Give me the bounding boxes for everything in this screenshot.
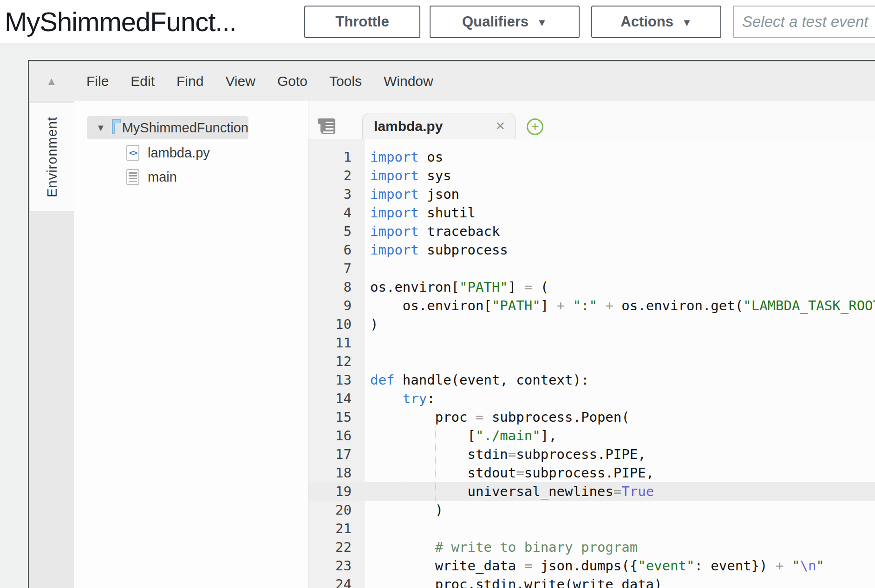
line-number[interactable]: 1 [308, 148, 352, 166]
line-content: stdin=subprocess.PIPE, [370, 445, 646, 464]
menu-file[interactable]: File [86, 73, 109, 89]
code-line: 17 stdin=subprocess.PIPE, [308, 445, 875, 464]
code-line: 3import json [308, 185, 875, 203]
code-line: 20 ) [308, 501, 875, 519]
menu-view[interactable]: View [225, 73, 255, 89]
line-content: universal_newlines=True [370, 482, 654, 501]
environment-tab[interactable]: Environment [30, 103, 74, 211]
code-line: 11 [308, 333, 875, 352]
code-line: 10) [308, 315, 875, 333]
ide-window: ▲ FileEditFindViewGotoToolsWindow Enviro… [28, 60, 875, 588]
line-number[interactable]: 20 [308, 501, 352, 519]
line-content: ) [370, 501, 443, 519]
tree-root-label: MyShimmedFunction [122, 120, 248, 136]
line-number[interactable]: 18 [308, 464, 352, 482]
menu-items: FileEditFindViewGotoToolsWindow [29, 73, 433, 89]
code-line: 24 proc.stdin.write(write_data) [308, 575, 875, 588]
line-number[interactable]: 12 [308, 352, 352, 371]
line-number[interactable]: 10 [308, 315, 352, 333]
line-number[interactable]: 5 [308, 222, 352, 241]
code-line: 8os.environ["PATH"] = ( [308, 278, 875, 296]
text-file-icon [126, 169, 139, 185]
code-line: 16 ["./main"], [308, 426, 875, 445]
code-line: 13def handle(event, context): [308, 371, 875, 389]
chevron-down-icon: ▼ [537, 17, 547, 29]
line-number[interactable]: 13 [308, 371, 352, 389]
code-line: 1import os [308, 148, 875, 166]
indent-guide [403, 408, 403, 519]
line-number[interactable]: 4 [308, 203, 352, 222]
line-number[interactable]: 14 [308, 389, 352, 408]
line-content: def handle(event, context): [370, 371, 589, 389]
line-content: ["./main"], [370, 426, 557, 445]
code-line: 15 proc = subprocess.Popen( [308, 408, 875, 426]
expand-triangle-icon[interactable]: ▼ [96, 123, 105, 133]
tree-item-label: lambda.py [148, 145, 210, 161]
menu-window[interactable]: Window [384, 73, 433, 89]
throttle-button[interactable]: Throttle [304, 6, 420, 38]
line-content: import os [370, 148, 443, 166]
indent-guide [403, 538, 403, 588]
line-content: os.environ["PATH"] = ( [370, 278, 549, 296]
tab-list-icon[interactable] [320, 118, 335, 134]
code-line: 9 os.environ["PATH"] + ":" + os.environ.… [308, 296, 875, 315]
line-number[interactable]: 24 [308, 575, 352, 588]
tree-row-lambda-py[interactable]: <> lambda.py [126, 142, 210, 163]
file-tree: ▼ MyShimmedFunction <> lambda.py main [74, 101, 308, 588]
line-content: try: [370, 389, 435, 408]
line-content: import json [370, 185, 459, 203]
line-content: ) [370, 315, 378, 333]
environment-tab-label: Environment [45, 117, 60, 197]
line-number[interactable]: 21 [308, 519, 352, 538]
line-number[interactable]: 9 [308, 296, 352, 315]
line-number[interactable]: 22 [308, 538, 352, 556]
collapse-panel-icon[interactable]: ▲ [46, 61, 57, 101]
ide-main-row: Environment ▼ MyShimmedFunction <> lambd… [29, 101, 875, 588]
line-number[interactable]: 15 [308, 408, 352, 426]
line-number[interactable]: 6 [308, 241, 352, 259]
code-lines: 1import os2import sys3import json4import… [308, 148, 875, 588]
code-line: 7 [308, 259, 875, 278]
tree-row-main[interactable]: main [126, 166, 177, 188]
menu-tools[interactable]: Tools [329, 73, 362, 89]
function-header: MyShimmedFunct... Throttle Qualifiers ▼ … [0, 0, 875, 43]
menu-find[interactable]: Find [176, 73, 203, 89]
line-content: import sys [370, 166, 451, 185]
test-event-select[interactable]: Select a test event [733, 6, 875, 38]
code-file-icon: <> [126, 145, 139, 161]
new-tab-button[interactable]: + [527, 118, 543, 135]
menu-edit[interactable]: Edit [131, 73, 155, 89]
close-icon[interactable]: × [496, 113, 505, 139]
code-line: 12 [308, 352, 875, 371]
test-event-placeholder: Select a test event [742, 13, 868, 31]
code-line: 19 universal_newlines=True [308, 482, 875, 501]
line-number[interactable]: 3 [308, 185, 352, 203]
code-line: 4import shutil [308, 203, 875, 222]
folder-icon [112, 122, 115, 134]
line-number[interactable]: 11 [308, 333, 352, 352]
qualifiers-button[interactable]: Qualifiers ▼ [430, 6, 580, 38]
code-editor[interactable]: 1import os2import sys3import json4import… [308, 139, 875, 588]
tab-label: lambda.py [374, 113, 443, 139]
line-number[interactable]: 19 [308, 482, 352, 501]
chevron-down-icon: ▼ [682, 17, 692, 29]
tree-item-label: main [148, 170, 177, 185]
code-line: 6import subprocess [308, 241, 875, 259]
line-number[interactable]: 17 [308, 445, 352, 464]
code-line: 22 # write to binary program [308, 538, 875, 556]
actions-button[interactable]: Actions ▼ [591, 6, 721, 38]
line-number[interactable]: 23 [308, 556, 352, 575]
line-content: stdout=subprocess.PIPE, [370, 464, 654, 482]
line-number[interactable]: 8 [308, 278, 352, 296]
line-number[interactable]: 2 [308, 166, 352, 185]
line-content: import subprocess [370, 241, 508, 259]
function-title: MyShimmedFunct... [5, 0, 236, 43]
editor-pane: lambda.py × + 1import os2import sys3impo… [308, 101, 875, 588]
tree-row-root-folder[interactable]: ▼ MyShimmedFunction [87, 116, 248, 139]
line-number[interactable]: 16 [308, 426, 352, 445]
tab-lambda-py[interactable]: lambda.py × [362, 113, 516, 139]
menu-goto[interactable]: Goto [277, 73, 307, 89]
line-number[interactable]: 7 [308, 259, 352, 278]
line-content: import traceback [370, 222, 500, 241]
throttle-button-label: Throttle [335, 13, 389, 30]
